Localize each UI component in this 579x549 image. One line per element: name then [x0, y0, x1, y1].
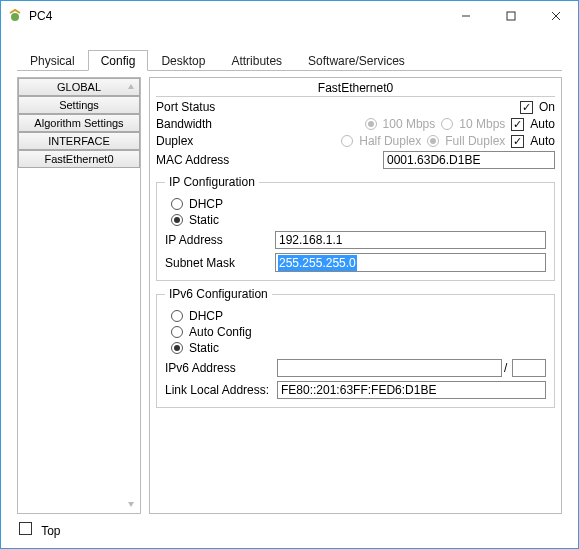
minimize-button[interactable]	[443, 1, 488, 31]
app-window: PC4 Physical Config Desktop Attributes S…	[0, 0, 579, 549]
tab-physical[interactable]: Physical	[17, 50, 88, 71]
ip-address-input[interactable]	[275, 231, 546, 249]
window-title: PC4	[29, 9, 52, 23]
ip-static-label: Static	[189, 213, 219, 227]
config-panel: FastEthernet0 Port Status On Bandwidth 1…	[149, 77, 562, 514]
workspace: GLOBAL Settings Algorithm Settings INTER…	[17, 71, 562, 514]
sidebar-header-interface[interactable]: INTERFACE	[18, 132, 140, 150]
sidebar-header-global[interactable]: GLOBAL	[18, 78, 140, 96]
port-status-label: Port Status	[156, 100, 276, 114]
link-local-label: Link Local Address:	[165, 383, 275, 397]
app-icon	[7, 8, 23, 24]
close-button[interactable]	[533, 1, 578, 31]
ipv6-slash-label: /	[504, 361, 510, 375]
bandwidth-10-radio	[441, 118, 453, 130]
panel-title: FastEthernet0	[156, 80, 555, 97]
duplex-auto-checkbox[interactable]	[511, 135, 524, 148]
ip-configuration-legend: IP Configuration	[165, 175, 259, 189]
top-label: Top	[41, 524, 60, 538]
duplex-auto-label: Auto	[530, 134, 555, 148]
ipv6-dhcp-label: DHCP	[189, 309, 223, 323]
ip-address-label: IP Address	[165, 233, 275, 247]
scroll-down-icon[interactable]	[124, 497, 138, 511]
tab-bar: Physical Config Desktop Attributes Softw…	[17, 49, 562, 71]
sidebar-item-settings[interactable]: Settings	[18, 96, 140, 114]
half-duplex-label: Half Duplex	[359, 134, 421, 148]
sidebar-item-fastethernet0[interactable]: FastEthernet0	[18, 150, 140, 168]
ipv6-static-label: Static	[189, 341, 219, 355]
sidebar: GLOBAL Settings Algorithm Settings INTER…	[17, 77, 141, 514]
mac-address-input[interactable]	[383, 151, 555, 169]
sidebar-item-algorithm-settings[interactable]: Algorithm Settings	[18, 114, 140, 132]
tab-attributes[interactable]: Attributes	[218, 50, 295, 71]
subnet-mask-value: 255.255.255.0	[278, 255, 357, 271]
bandwidth-100-radio	[365, 118, 377, 130]
scroll-up-icon[interactable]	[124, 80, 138, 94]
full-duplex-label: Full Duplex	[445, 134, 505, 148]
ipv6-configuration-group: IPv6 Configuration DHCP Auto Config Stat…	[156, 287, 555, 408]
bandwidth-100-label: 100 Mbps	[383, 117, 436, 131]
top-checkbox[interactable]	[19, 522, 32, 535]
link-local-input[interactable]	[277, 381, 546, 399]
content-area: Physical Config Desktop Attributes Softw…	[1, 31, 578, 548]
mac-address-label: MAC Address	[156, 153, 276, 167]
port-status-checkbox[interactable]	[520, 101, 533, 114]
ipv6-static-radio[interactable]	[171, 342, 183, 354]
ipv6-address-label: IPv6 Address	[165, 361, 275, 375]
ipv6-configuration-legend: IPv6 Configuration	[165, 287, 272, 301]
titlebar: PC4	[1, 1, 578, 31]
ipv6-dhcp-radio[interactable]	[171, 310, 183, 322]
duplex-label: Duplex	[156, 134, 276, 148]
ipv6-autoconfig-label: Auto Config	[189, 325, 252, 339]
tab-software-services[interactable]: Software/Services	[295, 50, 418, 71]
bandwidth-auto-label: Auto	[530, 117, 555, 131]
half-duplex-radio	[341, 135, 353, 147]
svg-rect-2	[507, 12, 515, 20]
subnet-mask-input[interactable]: 255.255.255.0	[275, 253, 546, 272]
subnet-mask-label: Subnet Mask	[165, 256, 275, 270]
maximize-button[interactable]	[488, 1, 533, 31]
ip-dhcp-radio[interactable]	[171, 198, 183, 210]
ipv6-autoconfig-radio[interactable]	[171, 326, 183, 338]
sidebar-scrollbar[interactable]	[124, 80, 138, 511]
bandwidth-auto-checkbox[interactable]	[511, 118, 524, 131]
ip-dhcp-label: DHCP	[189, 197, 223, 211]
footer: Top	[17, 514, 562, 538]
bandwidth-label: Bandwidth	[156, 117, 276, 131]
tab-config[interactable]: Config	[88, 50, 149, 71]
ipv6-prefix-input[interactable]	[512, 359, 546, 377]
full-duplex-radio	[427, 135, 439, 147]
ip-static-radio[interactable]	[171, 214, 183, 226]
ip-configuration-group: IP Configuration DHCP Static IP Address …	[156, 175, 555, 281]
on-label: On	[539, 100, 555, 114]
tab-desktop[interactable]: Desktop	[148, 50, 218, 71]
bandwidth-10-label: 10 Mbps	[459, 117, 505, 131]
ipv6-address-input[interactable]	[277, 359, 502, 377]
svg-point-0	[11, 13, 19, 21]
